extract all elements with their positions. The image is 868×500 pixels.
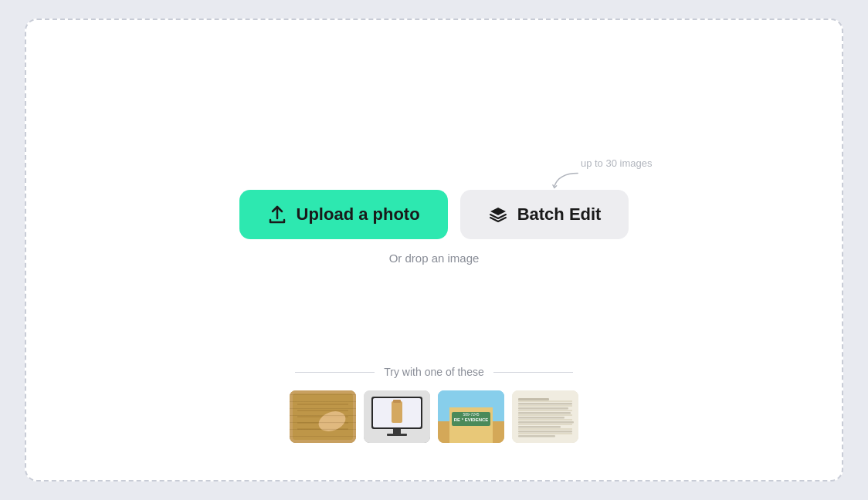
left-divider	[295, 372, 375, 373]
sample-images-row: RE * EVIDENCE 589-7245	[290, 390, 578, 443]
upload-icon	[267, 204, 287, 225]
sample-section: Try with one of these	[290, 366, 578, 443]
svg-rect-35	[518, 421, 574, 424]
sample-image-notebook[interactable]	[290, 390, 356, 443]
svg-rect-36	[518, 426, 561, 428]
layers-icon	[488, 204, 508, 225]
tooltip-label: up to 30 images	[581, 157, 653, 169]
svg-rect-30	[518, 398, 549, 400]
svg-rect-34	[518, 417, 565, 419]
upload-photo-button[interactable]: Upload a photo	[239, 190, 448, 239]
right-divider	[493, 372, 573, 373]
svg-rect-11	[392, 401, 402, 423]
svg-rect-38	[518, 435, 555, 438]
upload-section: up to 30 images Upload a photo	[239, 190, 629, 265]
svg-point-7	[316, 408, 348, 435]
svg-rect-14	[387, 434, 407, 436]
svg-rect-0	[290, 390, 356, 443]
svg-rect-31	[518, 403, 572, 405]
svg-rect-12	[393, 400, 401, 403]
drop-hint-label: Or drop an image	[389, 252, 480, 265]
sample-label: Try with one of these	[384, 366, 483, 378]
svg-rect-37	[518, 431, 572, 433]
upload-button-label: Upload a photo	[297, 204, 420, 225]
sample-image-document[interactable]	[512, 390, 578, 443]
svg-text:589-7245: 589-7245	[463, 412, 479, 417]
batch-edit-button[interactable]: Batch Edit	[460, 190, 629, 239]
tooltip-curve-icon	[551, 170, 581, 191]
svg-rect-32	[518, 407, 568, 410]
drop-zone[interactable]: up to 30 images Upload a photo	[25, 19, 843, 481]
sample-label-row: Try with one of these	[295, 366, 573, 378]
buttons-row: up to 30 images Upload a photo	[239, 190, 629, 239]
batch-button-label: Batch Edit	[517, 204, 602, 225]
sample-image-street-sign[interactable]: RE * EVIDENCE 589-7245	[438, 390, 504, 443]
svg-rect-13	[393, 429, 401, 434]
svg-rect-33	[518, 412, 571, 414]
svg-rect-1	[293, 394, 353, 440]
svg-text:RE * EVIDENCE: RE * EVIDENCE	[454, 417, 489, 422]
sample-image-monitor[interactable]	[364, 390, 430, 443]
